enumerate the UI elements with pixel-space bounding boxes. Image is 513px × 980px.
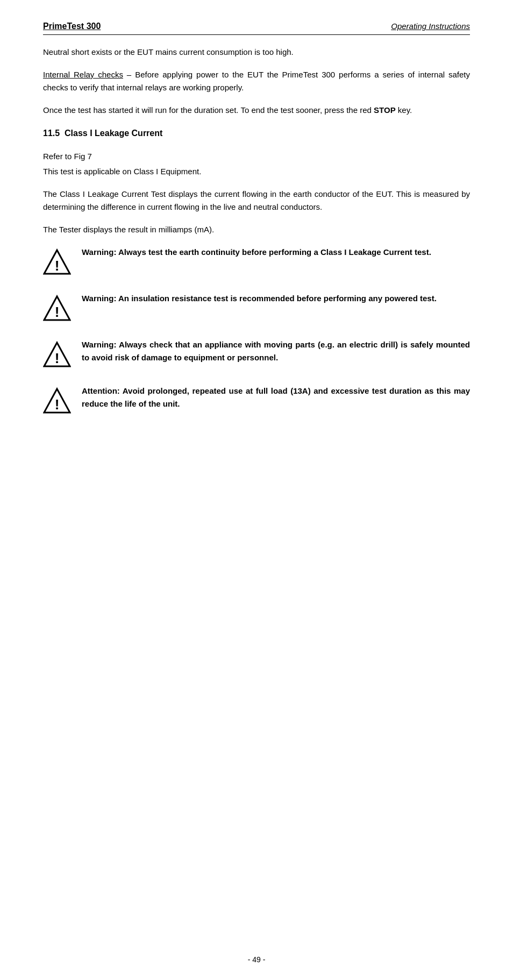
- paragraph-internal-relay: Internal Relay checks – Before applying …: [43, 68, 470, 94]
- paragraph-applicable: This test is applicable on Class I Equip…: [43, 165, 470, 178]
- test-duration-text-2: key.: [396, 105, 412, 115]
- section-number: 11.5: [43, 129, 60, 138]
- page-content: Neutral short exists or the EUT mains cu…: [43, 46, 470, 415]
- warning-label-3: Warning: Always check that an appliance …: [82, 340, 470, 362]
- svg-text:!: !: [55, 258, 60, 274]
- warning-text-1: Warning: Always test the earth continuit…: [82, 246, 431, 259]
- page-header: PrimeTest 300 Operating Instructions: [43, 22, 470, 35]
- stop-key-label: STOP: [374, 105, 396, 115]
- warning-text-2: Warning: An insulation resistance test i…: [82, 292, 437, 305]
- warning-icon-3: !: [43, 340, 71, 368]
- paragraph-test-duration: Once the test has started it will run fo…: [43, 104, 470, 117]
- warning-label-1: Warning: Always test the earth continuit…: [82, 247, 431, 257]
- ref-fig-text: Refer to Fig 7: [43, 152, 92, 161]
- triangle-warning-icon-3: !: [43, 340, 71, 368]
- neutral-short-text: Neutral short exists or the EUT mains cu…: [43, 47, 294, 56]
- attention-label-1: Attention: Avoid prolonged, repeated use…: [82, 386, 470, 408]
- paragraph-description: The Class I Leakage Current Test display…: [43, 188, 470, 214]
- section-heading-class-i: 11.5 Class I Leakage Current: [43, 126, 470, 140]
- triangle-warning-icon-2: !: [43, 294, 71, 322]
- svg-text:!: !: [55, 350, 60, 366]
- product-name: PrimeTest 300: [43, 22, 101, 31]
- triangle-attention-icon: !: [43, 387, 71, 415]
- warning-block-3: ! Warning: Always check that an applianc…: [43, 338, 470, 368]
- attention-icon-1: !: [43, 387, 71, 415]
- page-number: - 49 -: [248, 955, 266, 964]
- paragraph-ref-fig: Refer to Fig 7: [43, 150, 470, 163]
- triangle-warning-icon: !: [43, 248, 71, 276]
- paragraph-neutral-short: Neutral short exists or the EUT mains cu…: [43, 46, 470, 59]
- warning-block-2: ! Warning: An insulation resistance test…: [43, 292, 470, 322]
- applicable-text: This test is applicable on Class I Equip…: [43, 167, 201, 176]
- attention-text-1: Attention: Avoid prolonged, repeated use…: [82, 385, 470, 410]
- description-text: The Class I Leakage Current Test display…: [43, 189, 470, 211]
- paragraph-result: The Tester displays the result in millia…: [43, 223, 470, 236]
- svg-text:!: !: [55, 396, 60, 413]
- warning-icon-1: !: [43, 248, 71, 276]
- result-text: The Tester displays the result in millia…: [43, 225, 214, 234]
- warning-block-1: ! Warning: Always test the earth continu…: [43, 246, 470, 276]
- warning-icon-2: !: [43, 294, 71, 322]
- warning-label-2: Warning: An insulation resistance test i…: [82, 294, 437, 303]
- svg-text:!: !: [55, 304, 60, 320]
- document-title: Operating Instructions: [391, 22, 470, 31]
- page: PrimeTest 300 Operating Instructions Neu…: [0, 0, 513, 980]
- page-footer: - 49 -: [0, 955, 513, 964]
- warning-text-3: Warning: Always check that an appliance …: [82, 338, 470, 364]
- internal-relay-heading: Internal Relay checks: [43, 70, 123, 79]
- section-title: Class I Leakage Current: [65, 129, 162, 138]
- test-duration-text-1: Once the test has started it will run fo…: [43, 105, 374, 115]
- attention-block-1: ! Attention: Avoid prolonged, repeated u…: [43, 385, 470, 415]
